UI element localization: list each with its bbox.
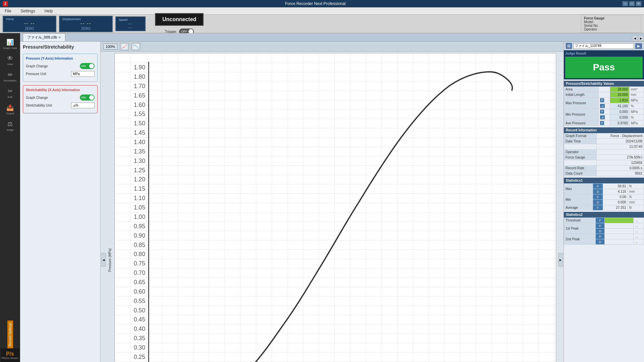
record-rate-value: 0.0005 s: [596, 166, 644, 171]
menu-settings[interactable]: Settings: [18, 8, 37, 14]
peak2-f-dots: ...: [634, 234, 644, 239]
max-f-type: F: [593, 184, 603, 189]
threshold-label: Threshold: [564, 218, 596, 223]
force-gauge-label: Force Gauge: [564, 155, 597, 160]
min-pressure-z-btn[interactable]: ⊿: [600, 115, 605, 119]
content-wrapper: ファイル_009.z3b ✕ ◄ ► Pressure/Stretchabili…: [20, 33, 644, 362]
graph-mode-btn2[interactable]: 📉: [131, 43, 140, 50]
force-zero-button[interactable]: ZERO: [6, 27, 53, 31]
sidebar-item-press-stretch[interactable]: P/s PRESS./Stretch.: [1, 348, 19, 362]
svg-text:1.55: 1.55: [134, 111, 146, 117]
svg-text:1.35: 1.35: [134, 148, 146, 155]
data-count-label: Data Count: [564, 171, 597, 176]
graph-left-arrow[interactable]: ◄: [101, 253, 106, 266]
peak2-f-type: F: [596, 234, 605, 239]
y-graph-change-row: Graph Change ON: [26, 63, 95, 69]
table-row: Initial Length 10.000 mm: [564, 92, 644, 98]
svg-text:0.50: 0.50: [134, 307, 146, 314]
restore-button[interactable]: □: [629, 1, 635, 6]
tab-close-icon[interactable]: ✕: [58, 36, 61, 39]
minimize-button[interactable]: ─: [623, 1, 628, 6]
sidebar-item-annotation[interactable]: ✏ Annotation: [1, 68, 19, 85]
avg-label: Average: [564, 205, 593, 210]
table-row: Date Time 2024/11/08: [564, 139, 644, 144]
peak1-d-value: [605, 229, 634, 234]
sidebar: 📊 Graph Data 👁 View ✏ Annotation ✂ Edit …: [0, 33, 20, 362]
svg-text:1.40: 1.40: [134, 139, 146, 145]
peak1-d-dots: ...: [634, 229, 644, 234]
max-pressure-z-value: 41.160: [610, 103, 629, 109]
x-toggle-text: ON: [81, 96, 86, 99]
svg-text:0.25: 0.25: [134, 354, 146, 360]
sidebar-item-edit[interactable]: ✂ Edit: [1, 85, 19, 101]
svg-text:0.60: 0.60: [134, 288, 146, 295]
y-axis-section: Pressure (Y-Axis) Information Graph Chan…: [23, 54, 98, 82]
graph-format-label: Graph Format: [564, 133, 597, 139]
graph-canvas[interactable]: 0.00 0.05 0.10 0.15 0.20 0.25 0.30 0.35 …: [114, 53, 556, 362]
svg-text:0.65: 0.65: [134, 279, 146, 286]
right-panel-arrow[interactable]: ▶: [635, 43, 642, 49]
ave-pressure-p-btn[interactable]: P: [600, 121, 604, 125]
speed-label: Speed: [119, 18, 142, 21]
peak1-dots: ...: [634, 223, 644, 229]
avg-f-type: F: [593, 205, 603, 210]
displacement-display: Displacement -- -- ZERO: [59, 16, 113, 32]
nav-right-arrow[interactable]: ►: [638, 35, 644, 41]
file-name-input[interactable]: [573, 43, 634, 49]
menu-file[interactable]: File: [3, 8, 13, 14]
app-title: Force Recorder Next Professional: [285, 1, 346, 6]
max-label: Max: [564, 184, 593, 194]
displacement-value: -- --: [62, 21, 109, 26]
sidebar-item-judge[interactable]: ⚖ Judge: [1, 118, 19, 134]
stats2-section-header: Statistics2: [564, 212, 644, 218]
min-pressure-p-btn[interactable]: P: [600, 110, 604, 114]
sidebar-label-graph-data: Graph Data: [3, 47, 17, 50]
zoom-button[interactable]: 100%: [103, 44, 117, 50]
x-graph-change-label: Graph Change: [26, 96, 48, 100]
peak2-d-type: D: [596, 239, 605, 245]
main-area: 📊 Graph Data 👁 View ✏ Annotation ✂ Edit …: [0, 33, 644, 362]
close-button[interactable]: ✕: [636, 1, 641, 6]
displacement-zero-button[interactable]: ZERO: [62, 27, 109, 31]
svg-text:1.70: 1.70: [134, 83, 146, 89]
nav-left-arrow[interactable]: ◄: [632, 35, 638, 41]
peak2-label: 2nd Peak: [564, 234, 596, 245]
table-row: Max F 50.81 N: [564, 184, 644, 189]
max-pressure-p-btn[interactable]: P: [600, 98, 604, 102]
y-pressure-unit-input[interactable]: [71, 71, 95, 77]
x-graph-change-toggle[interactable]: ON: [80, 95, 95, 101]
connection-status-button[interactable]: Unconnected: [155, 13, 204, 26]
max-pressure-z-unit: %: [629, 103, 644, 109]
svg-text:0.95: 0.95: [134, 223, 146, 230]
max-f-value: 50.81: [603, 184, 628, 189]
sidebar-item-view[interactable]: 👁 View: [1, 52, 19, 68]
max-pressure-z-btn[interactable]: ⊿: [600, 104, 605, 108]
graph-mode-btn1[interactable]: 📈: [120, 43, 129, 50]
peak2-d-dots: ...: [634, 239, 644, 245]
y-graph-change-toggle[interactable]: ON: [80, 63, 95, 69]
graph-svg: 0.00 0.05 0.10 0.15 0.20 0.25 0.30 0.35 …: [115, 53, 556, 362]
table-row: 1st Peak F ...: [564, 223, 644, 229]
stats1-section-header: Statistics1: [564, 178, 644, 183]
ave-pressure-unit: MPa: [629, 120, 644, 126]
sidebar-item-output[interactable]: 📤 Output: [1, 101, 19, 118]
graph-area: 100% 📈 📉 ◄ Pressure (MPa): [101, 42, 564, 362]
threshold-dots: ...: [634, 218, 644, 223]
initial-length-label: Initial Length: [564, 92, 599, 98]
tab-file[interactable]: ファイル_009.z3b ✕: [23, 33, 65, 41]
y-toggle-knob: [89, 64, 94, 68]
settings-title: Pressure/Stretchability: [23, 44, 98, 50]
menu-help[interactable]: Help: [43, 8, 55, 14]
peak1-d-type: D: [596, 229, 605, 234]
displacement-label: Displacement: [62, 17, 109, 21]
graph-right-arrow[interactable]: ►: [558, 253, 563, 266]
svg-text:1.80: 1.80: [134, 73, 146, 80]
x-stretchability-unit-input[interactable]: [71, 103, 95, 108]
speed-value: --: [119, 21, 142, 25]
min-pressure-z-unit: %: [629, 115, 644, 120]
force-gauge-value: ZTA-50N-I: [596, 155, 644, 160]
annotation-icon: ✏: [8, 71, 13, 78]
edit-icon: ✂: [8, 87, 13, 95]
table-row: 2nd Peak F ...: [564, 234, 644, 239]
sidebar-item-graph-data[interactable]: 📊 Graph Data: [1, 36, 19, 52]
